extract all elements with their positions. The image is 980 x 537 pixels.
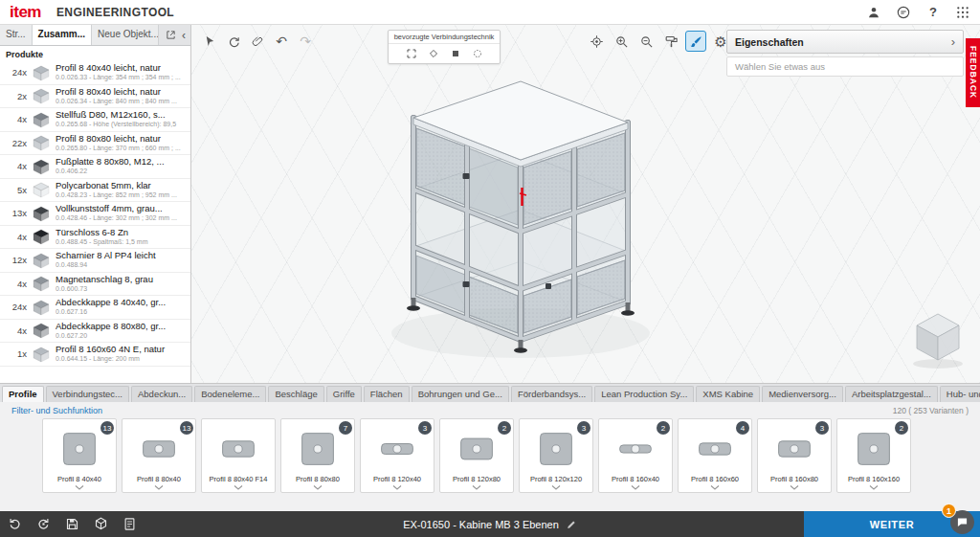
catalog-tab[interactable]: Profile [2, 386, 44, 402]
connection-tech-dropdown[interactable]: bevorzugte Verbindungstechnik [388, 30, 501, 64]
catalog-tab[interactable]: Verbindungstec... [46, 386, 129, 402]
zoom-in-icon[interactable] [611, 31, 632, 52]
properties-empty-text: Wählen Sie etwas aus [726, 56, 964, 77]
catalog-item[interactable]: Profil 8 80x40 F14 [201, 418, 276, 493]
chevron-down-icon[interactable] [710, 483, 720, 492]
user-icon[interactable] [866, 5, 881, 20]
catalog-tab[interactable]: Abdeckun... [131, 386, 192, 402]
paint-roller-icon[interactable] [660, 31, 681, 52]
reset-icon[interactable] [0, 511, 29, 537]
product-list-item[interactable]: 4x Abdeckkappe 8 80x80, gr... 0.0.627.20 [0, 320, 190, 344]
catalog-item[interactable]: 3 Profil 8 120x40 [360, 418, 434, 493]
profile-image [299, 419, 337, 476]
save-icon[interactable] [57, 511, 86, 537]
catalog-item[interactable]: 13 Profil 8 80x40 [122, 418, 196, 493]
catalog-tab[interactable]: XMS Kabine [696, 386, 760, 402]
properties-header[interactable]: Eigenschaften › [726, 30, 964, 54]
product-list-item[interactable]: 24x Abdeckkappe 8 40x40, gr... 0.0.627.1… [0, 296, 190, 320]
collapse-panel-icon[interactable]: ‹ [182, 29, 186, 42]
catalog-item[interactable]: 2 Profil 8 160x160 [836, 418, 911, 493]
chevron-down-icon[interactable] [790, 483, 799, 492]
variant-badge: 2 [657, 421, 670, 435]
redo-icon[interactable]: ↷ [295, 31, 316, 52]
chevron-down-icon[interactable] [234, 483, 243, 492]
chevron-down-icon[interactable] [154, 483, 164, 492]
profile-name: Profil 8 160x160 [846, 476, 902, 483]
auto-connection-icon[interactable] [405, 47, 418, 60]
bottom-statusbar: EX-01650 - Kabine MB 3 Ebenen WEITER › [0, 511, 980, 537]
product-name: Vollkunststoff 4mm, grau... [56, 204, 187, 214]
sidebar-tab[interactable]: Str... [0, 25, 33, 45]
catalog-item[interactable]: 4 Profil 8 160x60 [678, 418, 752, 493]
product-list-item[interactable]: 24x Profil 8 40x40 leicht, natur 0.0.026… [0, 61, 190, 85]
parts-list-icon[interactable] [115, 511, 144, 537]
product-details: 0.0.406.22 [56, 168, 187, 175]
catalog-tab[interactable]: Bohrungen und Ge... [412, 386, 509, 402]
sidebar-tab[interactable]: Zusamm... [33, 25, 92, 45]
product-list-item[interactable]: 1x Profil 8 160x60 4N E, natur 0.0.644.1… [0, 343, 190, 367]
view-cube[interactable] [907, 308, 969, 371]
cube-view-icon[interactable] [86, 511, 115, 537]
sync-icon[interactable] [29, 511, 57, 537]
chevron-down-icon[interactable] [392, 483, 402, 492]
paint-brush-icon[interactable] [685, 31, 706, 52]
chevron-down-icon[interactable] [551, 483, 561, 492]
catalog-item[interactable]: 3 Profil 8 120x120 [519, 418, 593, 493]
chevron-down-icon[interactable] [631, 483, 640, 492]
apps-grid-icon[interactable] [955, 5, 970, 20]
catalog-tab[interactable]: Hub- und Transportte... [940, 386, 980, 402]
select-cursor-icon[interactable] [199, 31, 220, 52]
filter-search-link[interactable]: Filter- und Suchfunktion [11, 406, 102, 415]
profile-image [140, 419, 178, 476]
rotate-view-icon[interactable] [223, 31, 244, 52]
catalog-item[interactable]: 13 Profil 8 40x40 [42, 418, 117, 493]
product-list-item[interactable]: 4x Magnetanschlag 8, grau 0.0.600.73 [0, 273, 190, 297]
center-view-icon[interactable] [586, 31, 607, 52]
catalog-tab[interactable]: Lean Production Sy... [594, 386, 694, 402]
product-list-item[interactable]: 4x Stellfuß D80, M12x160, s... 0.0.265.6… [0, 108, 190, 132]
product-thumbnail [32, 346, 51, 363]
sidebar-tab[interactable]: Neue Objekt... [92, 25, 159, 45]
product-list-item[interactable]: 13x Vollkunststoff 4mm, grau... 0.0.428.… [0, 202, 190, 226]
catalog-tab[interactable]: Medienversorg... [762, 386, 843, 402]
attach-icon[interactable] [247, 31, 268, 52]
edit-pencil-icon[interactable] [566, 519, 577, 530]
properties-panel: Eigenschaften › Wählen Sie etwas aus [726, 30, 964, 77]
help-icon[interactable]: ? [925, 5, 941, 20]
catalog-item[interactable]: 2 Profil 8 160x40 [598, 418, 673, 493]
undo-icon[interactable]: ↶ [271, 31, 292, 52]
diamond-connection-icon[interactable] [427, 47, 440, 60]
product-list-item[interactable]: 4x Türschloss 6-8 Zn 0.0.488.45 - Spaltm… [0, 226, 190, 250]
profile-image [855, 419, 893, 476]
catalog-tab-label: Medienversorg... [768, 389, 836, 399]
product-name: Profil 8 80x40 leicht, natur [56, 87, 187, 98]
product-qty: 4x [4, 279, 27, 289]
product-list-item[interactable]: 5x Polycarbonat 5mm, klar 0.0.428.23 - L… [0, 179, 190, 203]
zoom-out-icon[interactable] [635, 31, 657, 52]
product-list-item[interactable]: 4x Fußplatte 8 80x80, M12, ... 0.0.406.2… [0, 155, 190, 179]
variant-badge: 13 [180, 421, 193, 435]
product-list-item[interactable]: 2x Profil 8 80x40 leicht, natur 0.0.026.… [0, 85, 190, 109]
catalog-item[interactable]: 7 Profil 8 80x80 [280, 418, 355, 493]
product-list-item[interactable]: 12x Scharnier 8 Al PP4 leicht 0.0.488.94 [0, 249, 190, 273]
catalog-item[interactable]: 3 Profil 8 160x80 [757, 418, 832, 493]
chevron-down-icon[interactable] [869, 483, 879, 492]
product-qty: 24x [4, 302, 27, 312]
product-name: Polycarbonat 5mm, klar [56, 181, 187, 191]
open-external-icon[interactable] [166, 27, 176, 44]
catalog-tab[interactable]: Förderbandsys... [511, 386, 592, 402]
product-list-item[interactable]: 22x Profil 8 80x80 leicht, natur 0.0.265… [0, 132, 190, 156]
chevron-down-icon[interactable] [313, 483, 323, 492]
catalog-tab[interactable]: Griffe [326, 386, 362, 402]
community-chat-icon[interactable] [896, 5, 911, 20]
catalog-tab[interactable]: Beschläge [268, 386, 323, 402]
catalog-item[interactable]: 2 Profil 8 120x80 [439, 418, 514, 493]
feedback-tab[interactable]: FEEDBACK [966, 38, 980, 107]
catalog-tab[interactable]: Flächen [364, 386, 410, 402]
square-connection-icon[interactable] [449, 47, 462, 60]
chevron-down-icon[interactable] [75, 483, 84, 492]
catalog-tab[interactable]: Arbeitsplatzgestal... [845, 386, 938, 402]
catalog-tab[interactable]: Bodeneleme... [194, 386, 266, 402]
dashed-circle-connection-icon[interactable] [471, 47, 484, 60]
chevron-down-icon[interactable] [472, 483, 481, 492]
